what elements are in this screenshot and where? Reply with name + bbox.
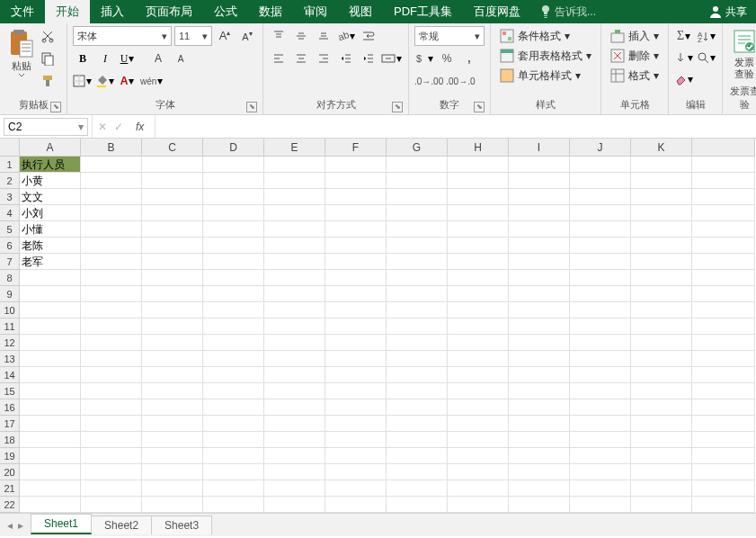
cell[interactable] xyxy=(448,270,509,286)
insert-cells-button[interactable]: 插入▾ xyxy=(607,26,663,46)
cell[interactable] xyxy=(81,432,142,448)
cell[interactable] xyxy=(142,270,203,286)
cell[interactable]: 小刘 xyxy=(20,205,81,221)
cell[interactable] xyxy=(387,318,448,335)
cell[interactable] xyxy=(203,238,264,254)
cell[interactable] xyxy=(387,221,448,238)
align-left-button[interactable] xyxy=(269,49,289,68)
font-name-combo[interactable]: 宋体▾ xyxy=(73,26,172,46)
sheet-last-icon[interactable]: ▸ xyxy=(18,519,23,532)
conditional-format-button[interactable]: 条件格式▾ xyxy=(496,26,574,46)
cell[interactable] xyxy=(264,335,325,351)
cell[interactable] xyxy=(387,189,448,205)
cell[interactable] xyxy=(264,221,325,238)
cell[interactable] xyxy=(570,238,631,254)
cell[interactable] xyxy=(81,157,142,173)
wrap-text-button[interactable] xyxy=(359,26,378,46)
cell[interactable] xyxy=(509,189,570,205)
cell[interactable] xyxy=(325,302,387,318)
cell[interactable] xyxy=(20,383,81,399)
cell[interactable] xyxy=(81,302,142,318)
cell[interactable] xyxy=(509,464,570,480)
font-grow-a-button[interactable]: A xyxy=(148,49,168,68)
cell[interactable] xyxy=(20,464,81,480)
cell[interactable] xyxy=(387,448,448,464)
font-color-button[interactable]: A▾ xyxy=(118,71,138,91)
bold-button[interactable]: B xyxy=(73,49,93,68)
cell[interactable] xyxy=(20,497,81,513)
cell[interactable] xyxy=(387,335,448,351)
tab-data[interactable]: 数据 xyxy=(248,0,293,23)
clear-button[interactable]: ▾ xyxy=(674,69,694,89)
cell[interactable] xyxy=(509,367,570,383)
share-button[interactable]: 共享 xyxy=(700,0,756,23)
cell[interactable] xyxy=(509,416,570,432)
cell[interactable] xyxy=(387,383,448,399)
tab-pdf[interactable]: PDF工具集 xyxy=(383,0,463,23)
row-header[interactable]: 9 xyxy=(0,286,20,302)
cell[interactable] xyxy=(203,383,264,399)
cell[interactable] xyxy=(203,432,264,448)
cell[interactable] xyxy=(570,221,631,238)
cell[interactable] xyxy=(203,416,264,432)
copy-button[interactable] xyxy=(38,49,58,68)
row-header[interactable]: 4 xyxy=(0,205,20,221)
cell[interactable]: 小黄 xyxy=(20,173,81,189)
cell[interactable] xyxy=(570,173,631,189)
phonetic-button[interactable]: wén▾ xyxy=(140,71,164,91)
cell[interactable] xyxy=(631,238,692,254)
cell[interactable] xyxy=(509,383,570,399)
cell[interactable] xyxy=(448,480,509,497)
cell[interactable] xyxy=(509,157,570,173)
border-button[interactable]: ▾ xyxy=(73,71,93,91)
cell[interactable] xyxy=(387,238,448,254)
indent-dec-button[interactable] xyxy=(336,49,356,68)
cell[interactable] xyxy=(387,286,448,302)
row-header[interactable]: 10 xyxy=(0,302,20,318)
cell[interactable] xyxy=(631,318,692,335)
column-header[interactable]: A xyxy=(20,139,81,157)
cell[interactable] xyxy=(631,464,692,480)
underline-button[interactable]: U▾ xyxy=(118,49,138,68)
spreadsheet-grid[interactable]: ABCDEFGHIJK 1234567891011121314151617181… xyxy=(0,139,756,513)
cell[interactable] xyxy=(203,189,264,205)
cell[interactable] xyxy=(142,335,203,351)
cell[interactable] xyxy=(20,399,81,416)
cell[interactable] xyxy=(509,399,570,416)
cell[interactable] xyxy=(448,448,509,464)
cell[interactable] xyxy=(509,254,570,270)
cell[interactable] xyxy=(509,173,570,189)
row-header[interactable]: 3 xyxy=(0,189,20,205)
cell[interactable] xyxy=(448,351,509,367)
cell[interactable] xyxy=(570,432,631,448)
cell[interactable] xyxy=(448,238,509,254)
cell[interactable] xyxy=(570,416,631,432)
align-right-button[interactable] xyxy=(314,49,334,68)
cell[interactable] xyxy=(448,302,509,318)
indent-inc-button[interactable] xyxy=(359,49,378,68)
tab-baidu[interactable]: 百度网盘 xyxy=(463,0,531,23)
cell[interactable] xyxy=(325,335,387,351)
cell[interactable] xyxy=(142,480,203,497)
cell[interactable] xyxy=(264,189,325,205)
row-header[interactable]: 18 xyxy=(0,432,20,448)
cell[interactable] xyxy=(203,399,264,416)
column-header[interactable]: E xyxy=(264,139,325,157)
cell[interactable] xyxy=(264,205,325,221)
cell[interactable] xyxy=(325,318,387,335)
cell[interactable] xyxy=(448,286,509,302)
cell[interactable] xyxy=(142,351,203,367)
sort-filter-button[interactable]: AZ▾ xyxy=(697,26,716,46)
italic-button[interactable]: I xyxy=(95,49,115,68)
cell[interactable] xyxy=(203,335,264,351)
cell[interactable] xyxy=(570,351,631,367)
tab-insert[interactable]: 插入 xyxy=(90,0,135,23)
cell[interactable] xyxy=(264,254,325,270)
cell[interactable] xyxy=(81,416,142,432)
format-painter-button[interactable] xyxy=(38,71,58,91)
cell[interactable] xyxy=(81,448,142,464)
cell[interactable] xyxy=(387,432,448,448)
cell[interactable] xyxy=(570,157,631,173)
cell[interactable] xyxy=(631,480,692,497)
sheet-first-icon[interactable]: ◂ xyxy=(7,519,13,532)
